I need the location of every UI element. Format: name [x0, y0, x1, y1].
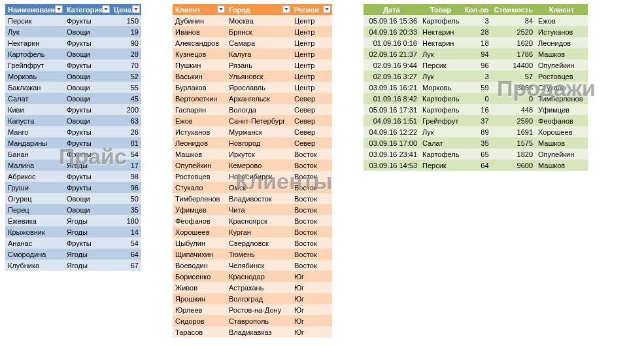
clients-row[interactable]: ЯрошкинВолгоградЮг: [173, 293, 332, 304]
clients-cell[interactable]: Восток: [292, 160, 332, 171]
clients-cell[interactable]: Мурманск: [226, 126, 292, 137]
sales-cell[interactable]: Феофанов: [535, 115, 588, 126]
clients-row[interactable]: ОпупейкинКемеровоВосток: [173, 160, 332, 171]
clients-row[interactable]: АлександровСамараЦентр: [173, 37, 332, 48]
filter-dropdown-icon[interactable]: [217, 5, 225, 13]
sales-cell[interactable]: 02.09.16 21:37: [364, 48, 420, 60]
price-header-0[interactable]: Наименование: [5, 4, 64, 15]
clients-cell[interactable]: Вертолеткин: [173, 93, 226, 104]
clients-cell[interactable]: Восток: [292, 215, 332, 226]
sales-cell[interactable]: 2520: [492, 26, 536, 37]
price-cell[interactable]: Фрукты: [64, 37, 111, 48]
price-cell[interactable]: Крыжовник: [5, 226, 64, 237]
sales-cell[interactable]: 9600: [492, 160, 536, 171]
clients-cell[interactable]: Центр: [292, 48, 332, 60]
price-cell[interactable]: Клубника: [5, 260, 64, 271]
sales-cell[interactable]: Истуканов: [535, 26, 588, 37]
clients-row[interactable]: УфимцевЧитаВосток: [173, 204, 332, 215]
price-row[interactable]: КлубникаЯгоды67: [5, 260, 141, 271]
clients-row[interactable]: ЕжовСанкт-ПетербургСевер: [173, 115, 332, 126]
clients-cell[interactable]: Александров: [173, 37, 226, 48]
clients-cell[interactable]: Владивосток: [226, 193, 292, 204]
sales-cell[interactable]: Нектарин: [420, 26, 462, 37]
clients-row[interactable]: РостовцевНовосибирскВосток: [173, 171, 332, 182]
sales-row[interactable]: 05.09.16 15:36Картофель384Ежов: [364, 15, 588, 26]
clients-row[interactable]: ЖивовАстраханьЮг: [173, 282, 332, 293]
price-row[interactable]: ПерецОвощи35: [5, 204, 141, 215]
price-cell[interactable]: Лук: [5, 26, 64, 37]
sales-cell[interactable]: 02.09.16 9:44: [364, 60, 420, 71]
price-cell[interactable]: Ягоды: [64, 226, 111, 237]
price-header-2[interactable]: Цена: [111, 4, 141, 15]
sales-cell[interactable]: Картофель: [420, 148, 462, 160]
sales-cell[interactable]: 89: [462, 126, 491, 137]
price-cell[interactable]: Ягоды: [64, 249, 111, 260]
clients-row[interactable]: ФеофановКрасноярскВосток: [173, 215, 332, 226]
clients-cell[interactable]: Новосибирск: [226, 171, 292, 182]
sales-cell[interactable]: Ростовцев: [535, 71, 588, 82]
clients-cell[interactable]: Север: [292, 93, 332, 104]
sales-header-1[interactable]: Товар: [420, 4, 462, 15]
filter-dropdown-icon[interactable]: [282, 5, 290, 13]
clients-row[interactable]: ЛеонидовНовгородСевер: [173, 137, 332, 148]
clients-row[interactable]: БорисенкоКраснодарЮг: [173, 271, 332, 282]
clients-row[interactable]: ДубининМоскваЦентр: [173, 15, 332, 26]
price-cell[interactable]: 96: [111, 182, 141, 193]
sales-cell[interactable]: 0: [492, 93, 536, 104]
price-row[interactable]: СмородинаЯгоды64: [5, 249, 141, 260]
clients-cell[interactable]: Восток: [292, 171, 332, 182]
clients-cell[interactable]: Центр: [292, 37, 332, 48]
clients-row[interactable]: ИвановБрянскЦентр: [173, 26, 332, 37]
price-row[interactable]: АнанасФрукты54: [5, 237, 141, 249]
price-row[interactable]: КрыжовникЯгоды14: [5, 226, 141, 237]
clients-cell[interactable]: Курган: [226, 226, 292, 237]
clients-cell[interactable]: Восток: [292, 204, 332, 215]
sales-cell[interactable]: Леонидов: [535, 37, 588, 48]
clients-row[interactable]: ЮрлеевРостов-на-ДонуЮг: [173, 304, 332, 315]
clients-cell[interactable]: Ростовцев: [173, 171, 226, 182]
sales-cell[interactable]: Уфимцев: [535, 104, 588, 115]
clients-cell[interactable]: Рязань: [226, 60, 292, 71]
price-cell[interactable]: Овощи: [64, 26, 111, 37]
clients-row[interactable]: ЦыбулинСвердловскВосток: [173, 237, 332, 249]
price-row[interactable]: АбрикосФрукты98: [5, 171, 141, 182]
sales-row[interactable]: 03.09.16 16:21Морковь593068Стукало: [364, 82, 588, 93]
clients-cell[interactable]: Челябинск: [226, 260, 292, 271]
price-cell[interactable]: 54: [111, 148, 141, 160]
sales-cell[interactable]: Персик: [420, 60, 462, 71]
price-cell[interactable]: Банан: [5, 148, 64, 160]
clients-cell[interactable]: Юг: [292, 293, 332, 304]
clients-row[interactable]: КузнецовКалугаЦентр: [173, 48, 332, 60]
sales-row[interactable]: 05.09.16 17:31Картофель16448Уфимцев: [364, 104, 588, 115]
clients-cell[interactable]: Кемерово: [226, 160, 292, 171]
sales-cell[interactable]: 35: [462, 137, 491, 148]
clients-row[interactable]: ЩипачихинТюменьВосток: [173, 249, 332, 260]
clients-row[interactable]: МашковИркутскВосток: [173, 148, 332, 160]
clients-cell[interactable]: Север: [292, 115, 332, 126]
filter-dropdown-icon[interactable]: [102, 5, 110, 13]
sales-cell[interactable]: 64: [462, 160, 491, 171]
clients-table[interactable]: КлиентГородРегион ДубининМоскваЦентрИван…: [173, 4, 332, 337]
clients-header-2[interactable]: Регион: [292, 4, 332, 15]
price-cell[interactable]: 35: [111, 204, 141, 215]
price-cell[interactable]: 67: [111, 260, 141, 271]
sales-cell[interactable]: Опупейкин: [535, 148, 588, 160]
clients-cell[interactable]: Юрлеев: [173, 304, 226, 315]
price-row[interactable]: БананФрукты54: [5, 148, 141, 160]
sales-cell[interactable]: Стукало: [535, 82, 588, 93]
clients-cell[interactable]: Восток: [292, 237, 332, 249]
price-row[interactable]: МорковьОвощи52: [5, 71, 141, 82]
sales-cell[interactable]: Машков: [535, 48, 588, 60]
clients-cell[interactable]: Гаспарян: [173, 104, 226, 115]
clients-cell[interactable]: Волгоград: [226, 293, 292, 304]
sales-cell[interactable]: 02.09.16 3:27: [364, 71, 420, 82]
clients-cell[interactable]: Истуканов: [173, 126, 226, 137]
clients-cell[interactable]: Север: [292, 126, 332, 137]
filter-dropdown-icon[interactable]: [55, 5, 63, 13]
price-cell[interactable]: Овощи: [64, 48, 111, 60]
price-cell[interactable]: Овощи: [64, 93, 111, 104]
price-cell[interactable]: Персик: [5, 15, 64, 26]
clients-cell[interactable]: Пушкин: [173, 60, 226, 71]
price-cell[interactable]: Овощи: [64, 115, 111, 126]
sales-cell[interactable]: 04.09.16 20:33: [364, 26, 420, 37]
